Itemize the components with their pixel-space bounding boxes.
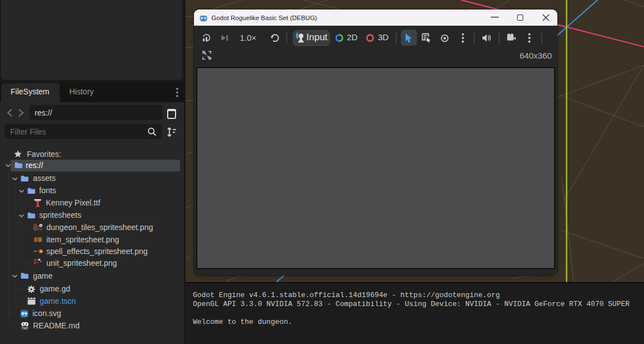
svg-text:TXT: TXT	[21, 327, 28, 330]
